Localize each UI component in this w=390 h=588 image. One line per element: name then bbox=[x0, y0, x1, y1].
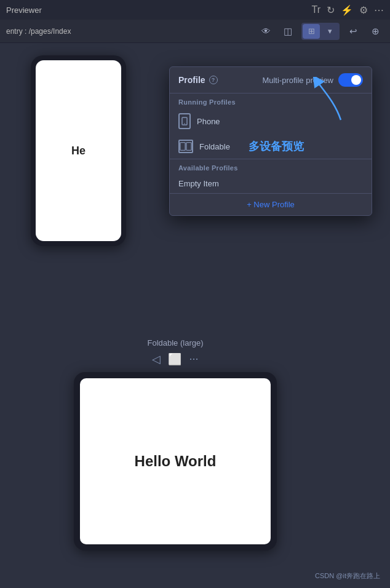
new-profile-button[interactable]: + New Profile bbox=[170, 193, 372, 215]
help-icon[interactable]: ? bbox=[209, 76, 218, 84]
phone-device-icon bbox=[178, 113, 191, 129]
svg-rect-2 bbox=[180, 143, 185, 151]
eye-icon[interactable]: 👁 bbox=[257, 24, 274, 39]
zoom-out-btn[interactable]: ↩ bbox=[344, 24, 362, 39]
watermark-text: CSDN @it奔跑在路上 bbox=[315, 572, 380, 579]
device-icon[interactable]: ⚡ bbox=[341, 4, 353, 16]
available-profiles-label: Available Profiles bbox=[170, 159, 372, 174]
more-icon[interactable]: ⋯ bbox=[374, 4, 384, 16]
title-bar-actions: Tr ↻ ⚡ ⚙ ⋯ bbox=[311, 4, 384, 16]
view-toggle-group: ⊞ ▾ bbox=[301, 23, 340, 40]
empty-item-label: Empty Item bbox=[178, 179, 219, 188]
rotate-left-icon[interactable]: ◁ bbox=[152, 352, 161, 366]
breadcrumb-text: entry : /pages/Index bbox=[6, 27, 71, 36]
phone-profile-name: Phone bbox=[197, 117, 220, 126]
fold-icon[interactable]: ⬜ bbox=[168, 352, 181, 366]
profile-label: Profile bbox=[178, 75, 205, 85]
arrow-annotation bbox=[310, 77, 347, 129]
foldable-profile-item[interactable]: Foldable 多设备预览 bbox=[170, 134, 372, 159]
breadcrumb: entry : /pages/Index bbox=[6, 27, 257, 36]
phone-outer: He bbox=[31, 55, 126, 246]
chinese-annotation: 多设备预览 bbox=[249, 139, 304, 154]
watermark: CSDN @it奔跑在路上 bbox=[315, 571, 380, 581]
toolbar: entry : /pages/Index 👁 ◫ ⊞ ▾ ↩ ⊕ bbox=[0, 20, 390, 43]
empty-item-profile[interactable]: Empty Item bbox=[170, 174, 372, 193]
svg-point-1 bbox=[184, 123, 185, 124]
dropdown-header-left: Profile ? bbox=[178, 75, 218, 85]
phone-screen: He bbox=[36, 60, 121, 241]
foldable-label: Foldable (large) bbox=[74, 338, 277, 348]
foldable-profile-name: Foldable bbox=[199, 142, 230, 151]
app-title: Previewer bbox=[6, 6, 42, 15]
title-bar: Previewer Tr ↻ ⚡ ⚙ ⋯ bbox=[0, 0, 390, 20]
available-profiles-section: Available Profiles Empty Item bbox=[170, 159, 372, 193]
grid-view-btn[interactable]: ⊞ bbox=[303, 24, 320, 39]
more-options-icon[interactable]: ··· bbox=[189, 352, 198, 366]
chevron-down-icon[interactable]: ▾ bbox=[321, 24, 338, 39]
layers-icon[interactable]: ◫ bbox=[279, 24, 296, 39]
svg-rect-3 bbox=[186, 143, 191, 151]
main-content: He Foldable (large) ◁ ⬜ ··· Hello World … bbox=[0, 43, 390, 588]
foldable-hello-text: Hello World bbox=[135, 453, 217, 470]
zoom-in-btn[interactable]: ⊕ bbox=[367, 24, 384, 39]
foldable-device-icon bbox=[178, 140, 193, 153]
foldable-controls: ◁ ⬜ ··· bbox=[74, 352, 277, 366]
font-icon[interactable]: Tr bbox=[311, 4, 320, 15]
phone-device: He bbox=[31, 55, 126, 246]
foldable-outer: Hello World bbox=[74, 372, 277, 550]
new-profile-label: + New Profile bbox=[247, 200, 295, 209]
phone-hello-text: He bbox=[71, 145, 86, 157]
toolbar-right: 👁 ◫ ⊞ ▾ ↩ ⊕ bbox=[257, 23, 384, 40]
foldable-screen: Hello World bbox=[80, 378, 271, 544]
settings-icon[interactable]: ⚙ bbox=[359, 4, 368, 16]
refresh-icon[interactable]: ↻ bbox=[327, 4, 335, 16]
foldable-device: Foldable (large) ◁ ⬜ ··· Hello World bbox=[74, 338, 277, 550]
